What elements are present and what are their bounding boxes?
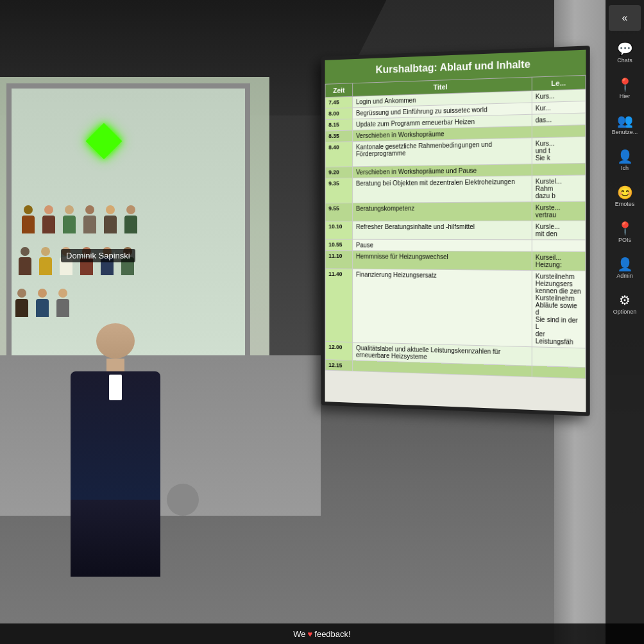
main-character bbox=[51, 323, 180, 567]
sidebar-users-label: Benutze... bbox=[612, 130, 638, 136]
presentation-board-container: Kurshalbtag: Ablauf und Inhalte Zeit Tit… bbox=[321, 46, 590, 416]
col-time: Zeit bbox=[325, 83, 353, 97]
time-cell: 8.15 bbox=[325, 119, 353, 131]
sidebar-chats-label: Chats bbox=[617, 58, 632, 64]
table-row: 8.40 Kantonale gesetzliche Rahmenbedingu… bbox=[325, 137, 586, 167]
desc-cell bbox=[532, 163, 586, 176]
desc-cell bbox=[532, 125, 586, 138]
person-icon: 👤 bbox=[617, 149, 633, 164]
col-desc: Le... bbox=[532, 75, 586, 90]
time-cell: 9.35 bbox=[325, 178, 353, 203]
time-cell: 8.00 bbox=[325, 108, 353, 120]
chat-icon: 💬 bbox=[617, 41, 633, 56]
desc-cell: das... bbox=[532, 113, 586, 126]
sidebar-options-label: Optionen bbox=[613, 309, 637, 316]
time-cell: 10.10 bbox=[325, 221, 353, 239]
time-cell: 8.35 bbox=[325, 130, 353, 142]
desc-cell: Kurste...vertrau bbox=[532, 201, 586, 221]
table-row: 10.55 Pause bbox=[325, 239, 586, 251]
sidebar: « 💬 Chats 📍 Hier 👥 Benutze... 👤 Ich 😊 Em… bbox=[606, 0, 644, 644]
presentation-board: Kurshalbtag: Ablauf und Inhalte Zeit Tit… bbox=[321, 46, 590, 416]
sidebar-item-options[interactable]: ⚙ Optionen bbox=[608, 287, 641, 321]
desc-cell: Kursle...mit den bbox=[532, 221, 586, 240]
table-row: 11.10 Hemmnisse für Heizungswechsel Kurs… bbox=[325, 251, 586, 271]
audience-person bbox=[37, 247, 55, 280]
sidebar-here-label: Hier bbox=[620, 94, 631, 100]
time-cell: 8.40 bbox=[325, 142, 353, 167]
time-cell: 7.45 bbox=[325, 96, 353, 108]
audience-person bbox=[81, 205, 99, 239]
audience-person bbox=[60, 205, 78, 239]
desc-cell bbox=[532, 240, 586, 252]
audience-person bbox=[13, 289, 31, 322]
audience-row-3 bbox=[13, 289, 72, 322]
character-neck bbox=[106, 359, 124, 371]
table-row: 9.55 Beratungskompetenz Kurste...vertrau bbox=[325, 201, 586, 221]
sidebar-item-users[interactable]: 👥 Benutze... bbox=[608, 108, 641, 141]
sidebar-pois-label: POIs bbox=[618, 237, 631, 244]
title-cell: Hemmnisse für Heizungswechsel bbox=[353, 251, 532, 271]
time-cell: 10.55 bbox=[325, 239, 353, 251]
feedback-text-after: feedback! bbox=[314, 629, 350, 639]
title-cell: Kantonale gesetzliche Rahmenbedingungen … bbox=[353, 138, 532, 167]
admin-icon: 👤 bbox=[617, 257, 633, 272]
audience-person bbox=[122, 205, 140, 239]
sidebar-item-me[interactable]: 👤 Ich bbox=[608, 144, 641, 177]
character-head bbox=[96, 323, 135, 359]
sidebar-item-admin[interactable]: 👤 Admin bbox=[608, 251, 641, 285]
emote-icon: 😊 bbox=[617, 185, 633, 200]
title-cell: Refresher Beratungsinhalte und -hilfsmit… bbox=[353, 221, 532, 240]
time-cell: 11.40 bbox=[325, 269, 353, 343]
audience-row-1 bbox=[19, 205, 140, 239]
options-icon: ⚙ bbox=[619, 292, 631, 308]
audience-person bbox=[54, 289, 72, 322]
feedback-bar: We ♥ feedback! bbox=[0, 623, 644, 644]
feedback-heart-icon: ♥ bbox=[308, 629, 313, 639]
title-cell: Pause bbox=[353, 239, 532, 251]
desc-cell: KursteilnehmHeizungserskennen die zenKur… bbox=[532, 271, 586, 348]
poi-icon: 📍 bbox=[617, 221, 633, 236]
feedback-text-before: We bbox=[293, 629, 305, 639]
time-cell: 11.10 bbox=[325, 251, 353, 269]
desc-cell bbox=[532, 347, 586, 368]
audience-person bbox=[16, 247, 34, 280]
character-suit bbox=[71, 371, 160, 500]
desc-cell bbox=[532, 366, 586, 378]
location-icon: 📍 bbox=[617, 77, 633, 92]
audience-person bbox=[19, 205, 37, 239]
audience-person bbox=[33, 289, 51, 322]
sidebar-toggle-button[interactable]: « bbox=[609, 5, 641, 31]
sidebar-admin-label: Admin bbox=[616, 273, 633, 280]
time-cell: 9.20 bbox=[325, 167, 353, 178]
users-icon: 👥 bbox=[617, 113, 633, 128]
character-name-tag: Dominik Sapinski bbox=[61, 249, 135, 262]
time-cell: 12.15 bbox=[325, 360, 353, 371]
character-leg-right bbox=[119, 500, 151, 577]
sidebar-item-here[interactable]: 📍 Hier bbox=[608, 72, 641, 105]
time-cell: 9.55 bbox=[325, 203, 353, 221]
desc-cell: Kurs...und tSie k bbox=[532, 137, 586, 164]
board-table: Zeit Titel Le... 7.45 Login und Ankommen… bbox=[325, 75, 586, 379]
character-leg-left bbox=[80, 500, 112, 577]
title-cell: Beratung bei Objekten mit dezentralen El… bbox=[353, 176, 532, 203]
desc-cell: Kurs... bbox=[532, 89, 586, 103]
table-row: 10.10 Refresher Beratungsinhalte und -hi… bbox=[325, 221, 586, 240]
desc-cell: Kurstel...Rahmdazu b bbox=[532, 175, 586, 202]
title-cell: Beratungskompetenz bbox=[353, 202, 532, 221]
vr-scene: Dominik Sapinski Kurshalbtag: Ablauf und… bbox=[0, 0, 644, 644]
character-legs bbox=[71, 500, 160, 577]
audience-person bbox=[101, 205, 119, 239]
sidebar-item-chats[interactable]: 💬 Chats bbox=[608, 36, 641, 69]
desc-cell: Kurseil...Heizung: bbox=[532, 251, 586, 271]
sidebar-emotes-label: Emotes bbox=[615, 201, 635, 208]
sidebar-item-emotes[interactable]: 😊 Emotes bbox=[608, 180, 641, 213]
time-cell: 12.00 bbox=[325, 341, 353, 360]
table-row: 11.40 Finanzierung Heizungsersatz Kurste… bbox=[325, 269, 586, 348]
sidebar-item-pois[interactable]: 📍 POIs bbox=[608, 216, 641, 249]
desc-cell: Kur... bbox=[532, 101, 586, 115]
chevron-left-icon: « bbox=[622, 12, 628, 24]
title-cell: Finanzierung Heizungsersatz bbox=[353, 269, 532, 347]
audience-person bbox=[40, 205, 58, 239]
table-row: 9.35 Beratung bei Objekten mit dezentral… bbox=[325, 175, 586, 203]
sidebar-me-label: Ich bbox=[621, 165, 629, 172]
